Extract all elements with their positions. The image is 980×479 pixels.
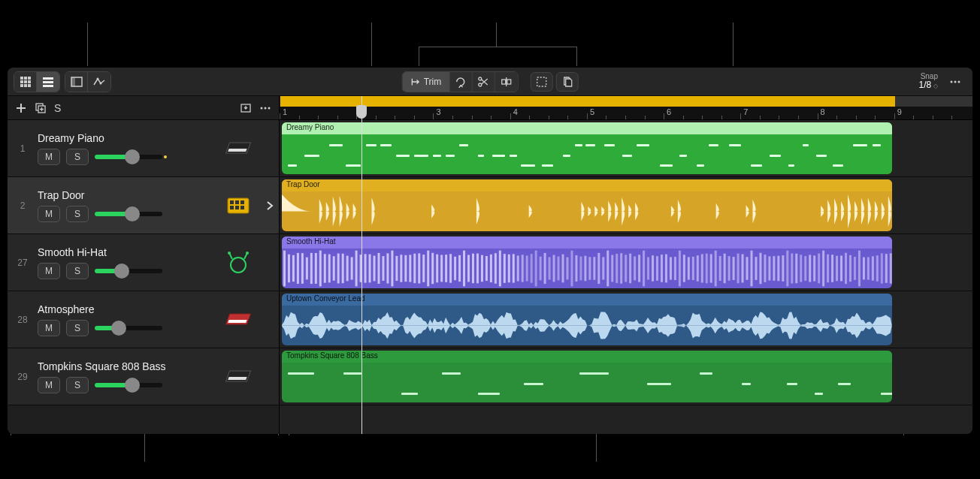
svg-rect-81 [427,251,429,287]
svg-rect-76 [404,255,407,282]
volume-slider[interactable] [95,378,162,393]
marquee-icon [535,76,547,88]
scissors-tool-button[interactable] [472,72,495,92]
more-menu-button[interactable] [944,72,966,92]
track-name[interactable]: Smooth Hi-Hat [38,246,216,258]
track-header-row[interactable]: 1Dreamy PianoMS [8,120,279,177]
svg-rect-174 [845,253,847,284]
track-header-row[interactable]: 28AtmosphereMS [8,291,279,348]
svg-rect-128 [638,255,640,282]
mute-button[interactable]: M [38,320,60,336]
instrument-icon[interactable] [216,177,261,233]
tracks-area[interactable]: 123456789 Dreamy PianoTrap DoorSmooth Hi… [280,96,972,434]
bar-ruler[interactable]: 123456789 [280,107,972,120]
instrument-icon[interactable] [216,234,261,291]
playhead[interactable] [361,96,362,434]
browse-button[interactable] [555,72,578,92]
add-track-button[interactable] [15,102,27,114]
track-header-more-button[interactable] [259,102,271,114]
playhead-handle[interactable] [356,105,367,119]
trim-tool-button[interactable]: Trim [403,72,450,92]
region[interactable]: Trap Door [282,179,892,231]
region-row: Tompkins Square 808 Bass [280,348,972,405]
mixer-view-button[interactable] [65,72,88,92]
region[interactable]: Uptown Conveyor Lead [282,294,892,345]
collapse-icon [240,102,252,114]
loop-icon [455,76,467,88]
track-header-row[interactable]: 2Trap DoorMS [8,177,279,234]
svg-rect-101 [517,255,519,281]
snap-display[interactable]: Snap 1/8 ◇ [919,72,938,90]
volume-slider[interactable] [95,321,162,336]
svg-point-40 [231,258,246,273]
svg-rect-112 [566,258,568,280]
track-name[interactable]: Trap Door [38,189,216,201]
instrument-icon[interactable] [216,291,261,348]
mute-button[interactable]: M [38,263,60,279]
list-view-button[interactable] [37,72,59,92]
collapse-button[interactable] [240,102,252,114]
mute-button[interactable]: M [38,149,60,165]
cycle-ruler[interactable] [280,96,972,107]
mute-button[interactable]: M [38,377,60,393]
global-solo-button[interactable]: S [54,102,61,114]
instrument-icon[interactable] [216,120,261,176]
disclosure-button[interactable] [261,177,279,233]
svg-rect-102 [522,255,524,282]
svg-rect-104 [531,254,533,283]
svg-rect-100 [513,254,515,282]
grid-icon [20,76,32,88]
tracks-window: Trim Snap 1 [8,68,972,434]
region[interactable]: Smooth Hi-Hat [282,236,892,288]
svg-rect-126 [629,254,631,284]
svg-rect-127 [634,257,636,281]
track-name[interactable]: Atmosphere [38,303,216,315]
svg-rect-157 [768,256,770,280]
plus-icon [15,102,27,114]
region-name: Smooth Hi-Hat [282,236,892,249]
svg-rect-155 [759,253,761,284]
panel-icon [71,76,83,88]
more-icon [259,102,271,114]
callout-line [371,23,372,66]
svg-rect-52 [297,253,299,284]
svg-rect-168 [818,254,820,284]
svg-rect-92 [476,254,479,284]
disclosure-button [261,348,279,405]
duplicate-track-button[interactable] [35,102,47,114]
region[interactable]: Dreamy Piano [282,122,892,174]
svg-rect-151 [742,255,744,283]
volume-slider[interactable] [95,264,162,279]
marquee-button[interactable] [530,72,552,92]
svg-rect-61 [337,254,340,284]
region-content [282,134,892,174]
volume-slider[interactable] [95,149,162,164]
svg-rect-84 [440,255,443,282]
track-header-row[interactable]: 27Smooth Hi-HatMS [8,234,279,291]
svg-rect-110 [558,257,560,281]
split-tool-button[interactable] [495,72,517,92]
track-header-row[interactable]: 29Tompkins Square 808 BassMS [8,348,279,405]
solo-button[interactable]: S [66,263,89,279]
snap-value: 1/8 [919,80,932,90]
solo-button[interactable]: S [66,206,89,222]
trim-icon [410,76,421,88]
track-name[interactable]: Dreamy Piano [38,132,216,144]
grid-view-button[interactable] [14,72,37,92]
svg-rect-109 [553,255,555,282]
solo-button[interactable]: S [66,377,89,393]
svg-rect-139 [688,257,690,279]
volume-slider[interactable] [95,206,162,221]
svg-rect-145 [715,251,717,287]
mute-button[interactable]: M [38,206,60,222]
instrument-icon[interactable] [216,348,261,405]
solo-button[interactable]: S [66,320,89,336]
loop-tool-button[interactable] [449,72,472,92]
solo-button[interactable]: S [66,149,89,165]
automation-view-button[interactable] [88,72,110,92]
region[interactable]: Tompkins Square 808 Bass [282,351,892,402]
svg-rect-72 [386,253,389,283]
svg-rect-158 [773,256,775,281]
svg-point-43 [228,252,231,255]
track-name[interactable]: Tompkins Square 808 Bass [38,360,216,372]
